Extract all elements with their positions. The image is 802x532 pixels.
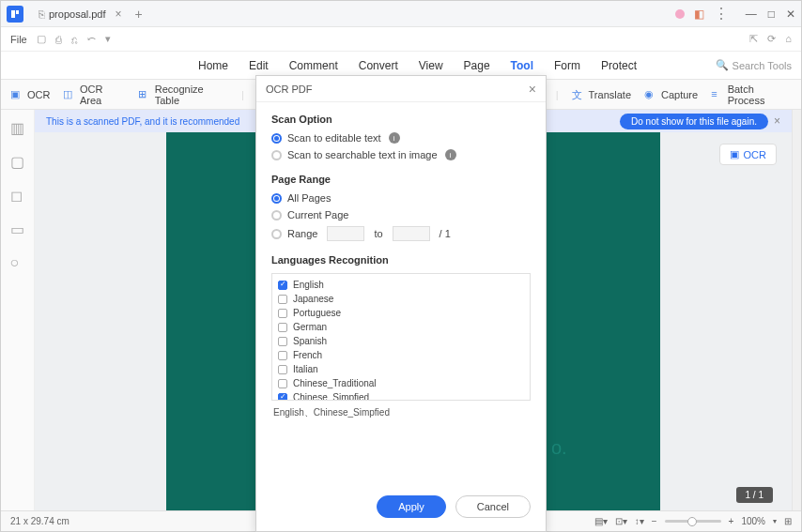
- svg-text:o.: o.: [551, 437, 567, 458]
- selected-languages-summary: English、Chinese_Simpfied: [271, 401, 531, 425]
- close-tab-icon[interactable]: ×: [116, 8, 122, 21]
- comments-icon[interactable]: ◻: [10, 187, 25, 202]
- view-mode-icon[interactable]: ▤▾: [594, 516, 608, 526]
- checkbox-icon: [278, 351, 287, 360]
- zoom-value: 100%: [741, 516, 765, 526]
- ocr-area-tool[interactable]: ◫OCR Area: [63, 84, 125, 106]
- close-window-icon[interactable]: ✕: [786, 8, 795, 21]
- cancel-button[interactable]: Cancel: [455, 495, 531, 518]
- zoom-slider[interactable]: [665, 520, 721, 523]
- menu-view[interactable]: View: [419, 59, 443, 72]
- language-checkbox-row[interactable]: Japanese: [278, 292, 524, 306]
- language-checkbox-row[interactable]: Chinese_Traditional: [278, 376, 524, 390]
- file-menu[interactable]: File: [10, 34, 27, 45]
- all-pages-radio[interactable]: All Pages: [271, 192, 531, 204]
- cloud-icon[interactable]: ⟳: [767, 33, 776, 45]
- kebab-menu-icon[interactable]: ⋮: [714, 5, 729, 23]
- checkbox-icon: [278, 295, 287, 304]
- quick-toolbar: File ▢ ⎙ ⎌ ⤺ ▾ ⇱ ⟳ ⌂: [1, 27, 801, 52]
- fit-icon[interactable]: ⊞: [784, 516, 792, 526]
- save-icon[interactable]: ⎙: [55, 34, 62, 45]
- apply-button[interactable]: Apply: [377, 495, 446, 518]
- menu-page[interactable]: Page: [464, 59, 490, 72]
- document-tab[interactable]: ⎘ proposal.pdf ×: [31, 1, 130, 26]
- radio-on-icon: [271, 133, 282, 144]
- menu-form[interactable]: Form: [554, 59, 580, 72]
- radio-on-icon: [271, 193, 282, 204]
- menu-edit[interactable]: Edit: [249, 59, 269, 72]
- recognize-table-tool[interactable]: ⊞Recognize Table: [138, 84, 228, 106]
- search-panel-icon[interactable]: ○: [10, 254, 25, 269]
- menu-protect[interactable]: Protect: [601, 59, 637, 72]
- dialog-close-icon[interactable]: ×: [529, 82, 536, 97]
- language-label: Chinese_Traditional: [293, 378, 377, 388]
- scan-editable-radio[interactable]: Scan to editable text i: [271, 132, 531, 144]
- notification-icon[interactable]: ◧: [694, 8, 704, 21]
- home-icon[interactable]: ⌂: [785, 33, 792, 45]
- scan-searchable-radio[interactable]: Scan to searchable text in image i: [271, 149, 531, 160]
- menu-items: Home Edit Comment Convert View Page Tool…: [198, 59, 637, 72]
- language-checkbox-row[interactable]: Spanish: [278, 334, 524, 348]
- info-icon[interactable]: i: [445, 149, 456, 160]
- menu-convert[interactable]: Convert: [359, 59, 398, 72]
- ocr-floating-button[interactable]: ▣ OCR: [719, 144, 777, 165]
- vertical-scrollbar[interactable]: [792, 110, 801, 510]
- translate-tool[interactable]: 文Translate: [572, 88, 631, 101]
- capture-tool[interactable]: ◉Capture: [644, 88, 698, 101]
- redo-icon[interactable]: ▾: [105, 33, 111, 45]
- radio-off-icon: [271, 210, 282, 220]
- language-label: German: [293, 322, 327, 332]
- thumbnails-icon[interactable]: ▥: [10, 119, 25, 134]
- print-icon[interactable]: ⎌: [71, 34, 78, 45]
- ocr-tool[interactable]: ▣OCR: [10, 88, 50, 101]
- search-tools[interactable]: 🔍 Search Tools: [716, 59, 792, 71]
- language-checkbox-row[interactable]: German: [278, 320, 524, 334]
- language-label: Spanish: [293, 336, 327, 346]
- checkbox-icon: [278, 379, 287, 388]
- range-radio[interactable]: Range to / 1: [271, 226, 531, 241]
- attachments-icon[interactable]: ▭: [10, 220, 25, 236]
- display-icon[interactable]: ⊡▾: [615, 516, 627, 526]
- banner-close-icon[interactable]: ×: [774, 114, 780, 128]
- search-icon: 🔍: [716, 59, 729, 71]
- titlebar-right: ◧ ⋮ — □ ✕: [675, 5, 795, 23]
- checkbox-icon: [278, 309, 287, 318]
- banner-dismiss-button[interactable]: Do not show for this file again.: [620, 114, 768, 129]
- bookmark-icon[interactable]: ▢: [10, 153, 25, 168]
- account-avatar-icon[interactable]: [675, 9, 685, 19]
- language-checkbox-row[interactable]: Italian: [278, 362, 524, 376]
- range-from-input[interactable]: [327, 226, 364, 241]
- open-icon[interactable]: ▢: [37, 33, 46, 45]
- current-page-radio[interactable]: Current Page: [271, 209, 531, 220]
- minimize-icon[interactable]: —: [746, 8, 757, 21]
- language-label: English: [293, 280, 324, 290]
- maximize-icon[interactable]: □: [768, 8, 775, 21]
- page-dimensions: 21 x 29.74 cm: [10, 516, 69, 526]
- checkbox-icon: [278, 337, 287, 346]
- add-tab-button[interactable]: +: [135, 7, 143, 22]
- info-icon[interactable]: i: [389, 132, 400, 144]
- checkbox-icon: [278, 323, 287, 332]
- tab-doc-icon: ⎘: [39, 8, 45, 20]
- checkbox-icon: [278, 365, 287, 374]
- zoom-in-icon[interactable]: +: [729, 516, 734, 526]
- menu-comment[interactable]: Comment: [289, 59, 338, 72]
- undo-icon[interactable]: ⤺: [87, 33, 96, 45]
- language-checkbox-row[interactable]: French: [278, 348, 524, 362]
- language-checkbox-row[interactable]: Portuguese: [278, 306, 524, 320]
- reading-icon[interactable]: ↕▾: [635, 516, 644, 526]
- language-checkbox-row[interactable]: English: [278, 278, 524, 292]
- app-logo-icon: [7, 6, 23, 23]
- range-to-input[interactable]: [393, 226, 430, 241]
- language-label: Italian: [293, 364, 318, 374]
- batch-tool[interactable]: ≡Batch Process: [711, 84, 792, 106]
- zoom-out-icon[interactable]: −: [652, 516, 657, 526]
- menu-home[interactable]: Home: [198, 59, 228, 72]
- language-checkbox-row[interactable]: Chinese_Simpfied: [278, 390, 524, 401]
- language-list[interactable]: EnglishJapanesePortugueseGermanSpanishFr…: [271, 273, 531, 401]
- checkbox-icon: [278, 393, 287, 402]
- radio-off-icon: [271, 150, 282, 160]
- search-placeholder: Search Tools: [733, 60, 792, 71]
- language-label: Portuguese: [293, 308, 341, 318]
- share-icon[interactable]: ⇱: [749, 33, 758, 45]
